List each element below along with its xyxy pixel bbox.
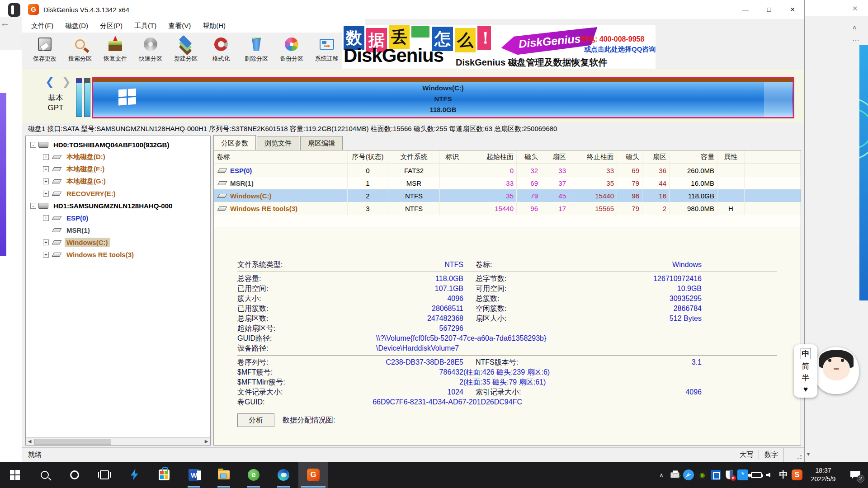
expand-icon[interactable]: +: [43, 252, 49, 258]
system-migration-button[interactable]: 系统迁移: [309, 33, 344, 68]
tab-browse-files[interactable]: 浏览文件: [257, 136, 299, 150]
sogou-icon: S: [792, 469, 802, 480]
banner-ad[interactable]: 数 据 丢 怎 么 ！ DiskGenius DiskGenius 致电: 40…: [342, 25, 656, 69]
tree-horizontal-scrollbar[interactable]: ◀ ▶: [26, 437, 210, 445]
microsoft-store-button[interactable]: [149, 462, 179, 488]
tray-printer[interactable]: ✓: [668, 462, 682, 488]
disk-icon: [38, 203, 48, 209]
new-partition-button[interactable]: 新建分区: [168, 33, 203, 68]
tray-messenger[interactable]: [682, 462, 695, 488]
minimize-button[interactable]: —: [734, 0, 757, 19]
tree-item-hd1[interactable]: - HD1:SAMSUNGMZNLN128HAHQ-000: [26, 200, 210, 212]
tray-expand-button[interactable]: ∧: [655, 462, 668, 488]
maximize-button[interactable]: □: [757, 0, 781, 19]
search-partition-button[interactable]: 搜索分区: [62, 33, 98, 68]
diskgenius-taskbar-button[interactable]: G: [298, 462, 328, 488]
tree-item-msr[interactable]: MSR(1): [26, 224, 210, 236]
tray-ime-mode[interactable]: 中: [777, 462, 790, 488]
expand-icon[interactable]: +: [43, 166, 49, 172]
ime-mode-chinese[interactable]: 中: [801, 348, 811, 359]
expand-icon[interactable]: +: [43, 239, 49, 245]
partition-icon: [217, 169, 227, 173]
menu-tools[interactable]: 工具(T): [128, 20, 162, 32]
delete-partition-button[interactable]: 删除分区: [239, 33, 274, 68]
tray-volume[interactable]: [763, 462, 777, 488]
tray-snowflake[interactable]: *: [736, 462, 750, 488]
tray-defender[interactable]: ✕: [722, 462, 736, 488]
expand-icon[interactable]: +: [43, 215, 49, 221]
menu-view[interactable]: 查看(V): [162, 20, 197, 32]
thunder-app-button[interactable]: [119, 462, 149, 488]
esp-partition-block[interactable]: [76, 78, 82, 117]
tree-item-hd0[interactable]: - HD0:TOSHIBAMQ04ABF100(932GB): [26, 139, 210, 151]
tree-item-local-g[interactable]: + 本地磁盘(G:): [26, 175, 210, 188]
ime-halfwidth[interactable]: 半: [802, 373, 810, 383]
menu-partition[interactable]: 分区(P): [94, 20, 128, 32]
action-center-button[interactable]: 2: [843, 462, 868, 488]
heart-icon[interactable]: ♥: [803, 385, 808, 394]
tree-item-recovery-e[interactable]: + RECOVERY(E:): [26, 188, 210, 200]
tree-item-local-d[interactable]: + 本地磁盘(D:): [26, 151, 210, 163]
table-row[interactable]: Windows RE tools(3) 3 NTFS 15440 96 17 1…: [214, 202, 801, 215]
msr-partition-block[interactable]: [84, 78, 90, 117]
table-row-selected[interactable]: Windows(C:) 2 NTFS 35 79 45 15440 96 16 …: [214, 189, 801, 202]
alert-badge: ✕: [731, 475, 736, 481]
tree-item-windows-re[interactable]: + Windows RE tools(3): [26, 249, 210, 261]
scroll-right-icon[interactable]: ▶: [203, 438, 210, 445]
resize-grip[interactable]: [783, 448, 804, 462]
tree-item-local-f[interactable]: + 本地磁盘(F:): [26, 163, 210, 175]
tab-sector-edit[interactable]: 扇区编辑: [300, 136, 343, 150]
table-row[interactable]: ESP(0) 0 FAT32 0 32 33 33 69 36 260.0MB: [214, 164, 801, 177]
close-button[interactable]: ✕: [781, 0, 804, 19]
background-window-left: ←: [0, 0, 22, 462]
menu-file[interactable]: 文件(F): [25, 20, 59, 32]
expand-icon[interactable]: +: [43, 154, 49, 160]
prev-disk-icon[interactable]: ❮: [45, 75, 54, 88]
next-disk-icon[interactable]: ❯: [62, 75, 71, 88]
file-explorer-button[interactable]: [209, 462, 239, 488]
thunder-icon: [129, 469, 139, 481]
ime-simplified[interactable]: 简: [802, 361, 810, 371]
tray-nvidia[interactable]: ◉: [695, 462, 709, 488]
tree-item-windows-c[interactable]: + Windows(C:): [26, 236, 210, 249]
disk-type-label: 基本: [31, 93, 80, 103]
browser-360-button[interactable]: e: [239, 462, 269, 488]
tab-partition-params[interactable]: 分区参数: [213, 135, 256, 150]
collapse-icon[interactable]: -: [30, 142, 36, 148]
banner-qq-link[interactable]: 或点击此处选择QQ咨询: [584, 45, 656, 54]
cortana-button[interactable]: [60, 462, 90, 488]
taskbar-clock[interactable]: 18:37 2022/5/9: [804, 466, 843, 483]
expand-icon[interactable]: +: [43, 178, 49, 184]
delete-partition-icon: [247, 35, 265, 53]
ime-toolbar[interactable]: 中 简 半 ♥: [794, 344, 817, 398]
recover-files-button[interactable]: 恢复文件: [98, 33, 133, 68]
menu-help[interactable]: 帮助(H): [197, 20, 231, 32]
tray-power[interactable]: [750, 462, 763, 488]
analyze-button[interactable]: 分析: [237, 413, 274, 427]
table-row[interactable]: MSR(1) 1 MSR 33 69 37 35 79 44 16.0MB: [214, 177, 801, 189]
menu-disk[interactable]: 磁盘(D): [59, 20, 94, 32]
windows-c-partition-block[interactable]: Windows(C:) NTFS 118.0GB: [92, 77, 794, 118]
edge-button[interactable]: [269, 462, 298, 488]
back-arrow-icon: ←: [0, 17, 10, 28]
partition-params-content: 卷标 序号(状态) 文件系统 标识 起始柱面 磁头 扇区 终止柱面 磁头 扇区 …: [213, 150, 801, 446]
save-changes-button[interactable]: 保存更改: [27, 33, 62, 68]
word-button[interactable]: W: [179, 462, 209, 488]
format-button[interactable]: 格式化: [203, 33, 239, 68]
collapse-icon[interactable]: -: [30, 203, 36, 209]
task-view-button[interactable]: [90, 462, 119, 488]
tray-intel-graphics[interactable]: [709, 462, 722, 488]
quick-partition-button[interactable]: 快速分区: [133, 33, 168, 68]
taskbar-search-button[interactable]: [30, 462, 60, 488]
expand-icon[interactable]: +: [43, 191, 49, 197]
scrollbar-thumb[interactable]: [34, 439, 111, 445]
tree-item-esp[interactable]: + ESP(0): [26, 212, 210, 224]
start-button[interactable]: [0, 462, 30, 488]
backup-partition-button[interactable]: 备份分区: [274, 33, 309, 68]
speaker-icon: [766, 473, 770, 477]
partition-icon: [52, 167, 62, 171]
scroll-left-icon[interactable]: ◀: [26, 438, 33, 445]
tray-sogou[interactable]: S: [790, 462, 804, 488]
background-toolbar-fragment: ←: [0, 17, 22, 50]
desktop-wallpaper-sliver: [859, 45, 868, 300]
